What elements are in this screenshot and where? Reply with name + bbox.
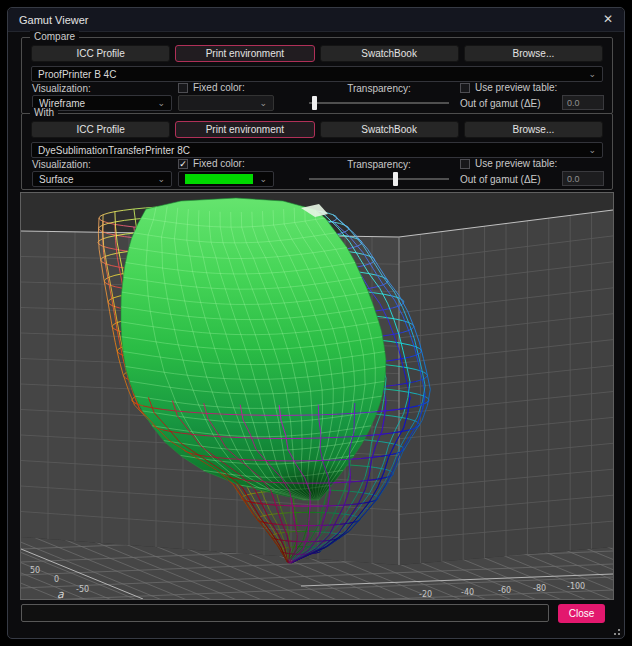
checkbox-box[interactable]	[460, 83, 470, 93]
icc-profile-button[interactable]: ICC Profile	[31, 45, 170, 62]
use-preview-table-checkbox[interactable]: Use preview table:	[460, 158, 557, 169]
out-of-gamut-input[interactable]	[562, 95, 604, 110]
compare-fixed-color-select[interactable]: ⌄	[178, 95, 274, 111]
print-environment-button[interactable]: Print environment	[175, 121, 314, 138]
checkbox-box[interactable]: ✓	[178, 159, 188, 169]
svg-text:-80: -80	[533, 584, 546, 593]
slider-track[interactable]	[309, 178, 449, 180]
with-fixed-color-select[interactable]: ⌄	[178, 171, 274, 187]
compare-profile-value: ProofPrinter B 4C	[38, 69, 584, 80]
transparency-label: Transparency:	[309, 159, 449, 170]
browse-button[interactable]: Browse...	[464, 121, 603, 138]
with-group: With ICC Profile Print environment Swatc…	[21, 113, 613, 190]
svg-text:-50: -50	[76, 585, 89, 594]
print-environment-button[interactable]: Print environment	[175, 45, 314, 62]
close-icon[interactable]: ✕	[603, 12, 613, 26]
fixed-color-checkbox[interactable]: ✓ Fixed color:	[178, 158, 245, 169]
transparency-slider[interactable]	[309, 96, 449, 110]
svg-text:0: 0	[54, 575, 59, 584]
close-button[interactable]: Close	[558, 604, 605, 623]
out-of-gamut-label: Out of gamut (ΔE)	[460, 98, 541, 109]
svg-text:-20: -20	[419, 590, 432, 599]
with-group-label: With	[30, 107, 58, 118]
with-visualization-value: Surface	[39, 174, 153, 185]
browse-button[interactable]: Browse...	[464, 45, 603, 62]
chevron-down-icon: ⌄	[157, 98, 165, 108]
with-profile-select[interactable]: DyeSublimationTransferPrinter 8C ⌄	[31, 142, 603, 158]
compare-source-buttons: ICC Profile Print environment SwatchBook…	[31, 45, 603, 62]
gamut-3d-scene[interactable]: 500-50a-20-40-60-80-100	[21, 193, 613, 599]
color-swatch	[185, 98, 253, 108]
title-bar[interactable]: Gamut Viewer ✕	[8, 8, 624, 32]
icc-profile-button[interactable]: ICC Profile	[31, 121, 170, 138]
transparency-label: Transparency:	[309, 83, 449, 94]
checkbox-box[interactable]	[460, 159, 470, 169]
svg-text:-100: -100	[567, 582, 585, 591]
color-swatch	[185, 174, 253, 184]
svg-text:-60: -60	[498, 586, 511, 595]
chevron-down-icon: ⌄	[588, 69, 596, 79]
chevron-down-icon: ⌄	[588, 145, 596, 155]
status-input[interactable]	[21, 604, 549, 622]
slider-track[interactable]	[309, 102, 449, 104]
swatchbook-button[interactable]: SwatchBook	[320, 45, 459, 62]
use-preview-table-label: Use preview table:	[475, 82, 557, 93]
svg-text:50: 50	[30, 566, 40, 575]
resize-grip-icon[interactable]	[612, 627, 620, 635]
swatchbook-button[interactable]: SwatchBook	[320, 121, 459, 138]
slider-thumb[interactable]	[393, 172, 398, 186]
fixed-color-label: Fixed color:	[193, 158, 245, 169]
svg-text:-40: -40	[461, 588, 474, 597]
transparency-slider[interactable]	[309, 172, 449, 186]
svg-text:a: a	[57, 588, 64, 599]
with-source-buttons: ICC Profile Print environment SwatchBook…	[31, 121, 603, 138]
chevron-down-icon: ⌄	[259, 98, 267, 108]
visualization-label: Visualization:	[32, 159, 91, 170]
with-profile-value: DyeSublimationTransferPrinter 8C	[38, 145, 584, 156]
use-preview-table-label: Use preview table:	[475, 158, 557, 169]
fixed-color-label: Fixed color:	[193, 82, 245, 93]
chevron-down-icon: ⌄	[157, 174, 165, 184]
fixed-color-checkbox[interactable]: Fixed color:	[178, 82, 245, 93]
out-of-gamut-input[interactable]	[562, 171, 604, 186]
page-title: Gamut Viewer	[19, 14, 89, 26]
compare-group: Compare ICC Profile Print environment Sw…	[21, 37, 613, 114]
out-of-gamut-label: Out of gamut (ΔE)	[460, 174, 541, 185]
chevron-down-icon: ⌄	[259, 174, 267, 184]
compare-group-label: Compare	[30, 31, 79, 42]
gamut-3d-viewport[interactable]: 500-50a-20-40-60-80-100	[20, 192, 614, 600]
with-visualization-select[interactable]: Surface ⌄	[32, 171, 172, 187]
compare-profile-select[interactable]: ProofPrinter B 4C ⌄	[31, 66, 603, 82]
checkbox-box[interactable]	[178, 83, 188, 93]
use-preview-table-checkbox[interactable]: Use preview table:	[460, 82, 557, 93]
visualization-label: Visualization:	[32, 83, 91, 94]
slider-thumb[interactable]	[312, 96, 317, 110]
gamut-viewer-dialog: Gamut Viewer ✕ Compare ICC Profile Print…	[7, 7, 625, 639]
